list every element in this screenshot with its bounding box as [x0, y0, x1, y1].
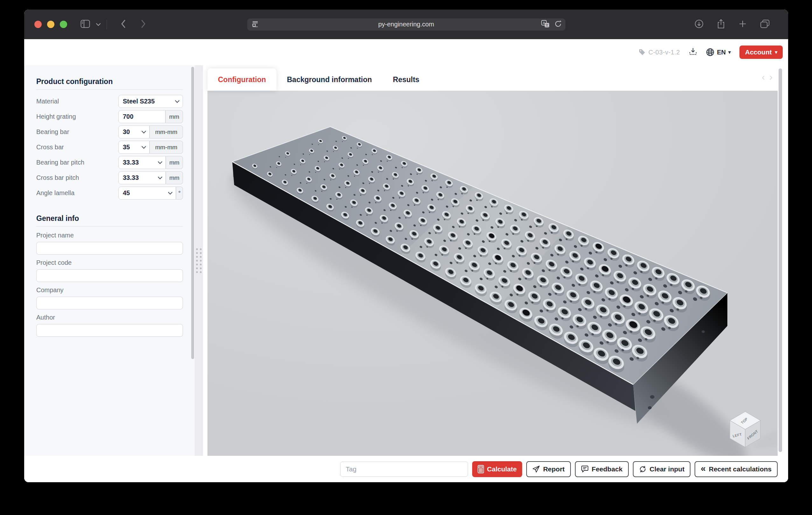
- field-row-angle-lamella: Angle lamella 45°: [36, 187, 183, 200]
- report-button[interactable]: Report: [526, 461, 571, 477]
- action-toolbar: Calculate Report Feedback Clear input « …: [24, 456, 788, 482]
- clear-input-button[interactable]: Clear input: [633, 461, 691, 477]
- chevron-down-icon: [158, 160, 162, 164]
- bearing-bar-unit: mm-mm: [149, 125, 183, 139]
- minimize-button[interactable]: [47, 21, 54, 28]
- general-info-title: General info: [36, 214, 183, 227]
- page-scrollbar-thumb[interactable]: [779, 68, 782, 452]
- app-header: C-03-v-1.2 EN ▾ Account ▾: [24, 39, 788, 65]
- tab-scroll-prev-icon[interactable]: ‹: [762, 71, 765, 82]
- svg-text:文: 文: [545, 23, 549, 27]
- speech-bubble-icon: [581, 465, 589, 473]
- tag-icon: [639, 49, 646, 56]
- share-icon[interactable]: [717, 19, 725, 30]
- company-input[interactable]: [36, 297, 183, 309]
- chevron-down-icon: [168, 190, 172, 195]
- tag-input[interactable]: [340, 461, 468, 477]
- sidebar-toggle-icon[interactable]: [81, 20, 90, 29]
- tab-background-information[interactable]: Background information: [277, 68, 382, 91]
- traffic-lights: [34, 21, 67, 28]
- height-grating-label: Height grating: [36, 113, 76, 120]
- project-code-label: Project code: [36, 259, 183, 266]
- recent-calculations-button[interactable]: « Recent calculations: [695, 461, 778, 477]
- globe-icon: [706, 48, 714, 56]
- feedback-button[interactable]: Feedback: [575, 461, 629, 477]
- address-bar[interactable]: py-engineering.com A文: [247, 19, 566, 31]
- version-tag: C-03-v-1.2: [639, 49, 680, 56]
- browser-titlebar: py-engineering.com A文: [24, 9, 788, 39]
- chevron-down-icon: [142, 144, 146, 149]
- tab-scroll-next-icon[interactable]: ›: [770, 71, 773, 82]
- language-selector[interactable]: EN ▾: [706, 48, 730, 56]
- new-tab-icon[interactable]: [738, 20, 747, 29]
- cross-bar-unit: mm-mm: [149, 141, 183, 154]
- author-input[interactable]: [36, 324, 183, 337]
- drag-handle-dots: [196, 248, 202, 273]
- project-name-label: Project name: [36, 232, 183, 239]
- cross-bar-pitch-label: Cross bar pitch: [36, 174, 79, 181]
- url-text: py-engineering.com: [247, 21, 566, 28]
- height-grating-input[interactable]: [118, 110, 166, 123]
- tabs-overview-icon[interactable]: [760, 20, 770, 30]
- angle-lamella-label: Angle lamella: [36, 190, 75, 197]
- cross-bar-pitch-select[interactable]: 33.33: [118, 171, 166, 184]
- reload-icon[interactable]: [555, 20, 561, 29]
- refresh-icon: [639, 465, 646, 473]
- close-button[interactable]: [34, 21, 42, 28]
- chevron-down-icon: ▾: [728, 49, 731, 55]
- company-label: Company: [36, 286, 183, 294]
- download-report-icon[interactable]: [689, 48, 697, 57]
- forward-icon[interactable]: [141, 20, 146, 29]
- author-label: Author: [36, 314, 183, 321]
- tab-results[interactable]: Results: [382, 68, 430, 91]
- language-label: EN: [717, 49, 726, 56]
- double-chevron-left-icon: «: [701, 464, 706, 473]
- grating-3d-model: TOPLEFTFRONT: [207, 91, 778, 456]
- reader-icon[interactable]: [252, 21, 259, 28]
- field-row-cross-bar: Cross bar 35mm-mm: [36, 141, 183, 154]
- height-grating-unit: mm: [166, 110, 183, 123]
- calculator-icon: [477, 465, 484, 473]
- angle-lamella-unit: °: [176, 187, 183, 200]
- field-row-height-grating: Height grating mm: [36, 110, 183, 123]
- field-row-bearing-bar: Bearing bar 30mm-mm: [36, 125, 183, 139]
- sidebar-scrollbar-thumb[interactable]: [191, 67, 194, 359]
- configuration-sidebar: Product configuration Material Steel S23…: [24, 65, 191, 456]
- bearing-bar-pitch-label: Bearing bar pitch: [36, 159, 84, 166]
- field-row-material: Material Steel S235: [36, 95, 183, 108]
- titlebar-divider: [107, 20, 107, 29]
- cross-bar-pitch-unit: mm: [166, 171, 183, 184]
- cross-bar-select[interactable]: 35: [118, 141, 149, 154]
- paper-plane-icon: [532, 465, 540, 473]
- product-configuration-title: Product configuration: [36, 77, 183, 90]
- sidebar-scrollbar[interactable]: [191, 65, 195, 456]
- field-row-bearing-bar-pitch: Bearing bar pitch 33.33mm: [36, 156, 183, 169]
- back-icon[interactable]: [121, 20, 126, 29]
- project-name-input[interactable]: [36, 242, 183, 255]
- zoom-button[interactable]: [60, 21, 67, 28]
- translate-icon[interactable]: A文: [541, 20, 550, 29]
- chevron-down-icon[interactable]: [96, 22, 101, 27]
- material-select[interactable]: Steel S235: [118, 95, 183, 108]
- browser-window: py-engineering.com A文: [24, 9, 788, 482]
- sidebar-resize-handle[interactable]: [195, 65, 203, 456]
- bearing-bar-pitch-unit: mm: [166, 156, 183, 169]
- downloads-icon[interactable]: [695, 20, 703, 30]
- bearing-bar-pitch-select[interactable]: 33.33: [118, 156, 166, 169]
- angle-lamella-select[interactable]: 45: [118, 187, 176, 200]
- page-scrollbar[interactable]: [778, 65, 788, 456]
- field-row-cross-bar-pitch: Cross bar pitch 33.33mm: [36, 171, 183, 184]
- chevron-down-icon: ▾: [775, 49, 777, 55]
- bearing-bar-label: Bearing bar: [36, 128, 69, 136]
- account-button[interactable]: Account ▾: [740, 46, 783, 59]
- chevron-down-icon: [142, 129, 146, 133]
- chevron-down-icon: [158, 175, 162, 179]
- chevron-down-icon: [175, 98, 179, 103]
- project-code-input[interactable]: [36, 269, 183, 282]
- tab-configuration[interactable]: Configuration: [207, 68, 277, 91]
- material-label: Material: [36, 98, 59, 105]
- tab-bar: Configuration Background information Res…: [207, 68, 778, 91]
- calculate-button[interactable]: Calculate: [472, 461, 522, 477]
- viewport-3d[interactable]: TOPLEFTFRONT: [207, 91, 778, 456]
- bearing-bar-select[interactable]: 30: [118, 125, 149, 139]
